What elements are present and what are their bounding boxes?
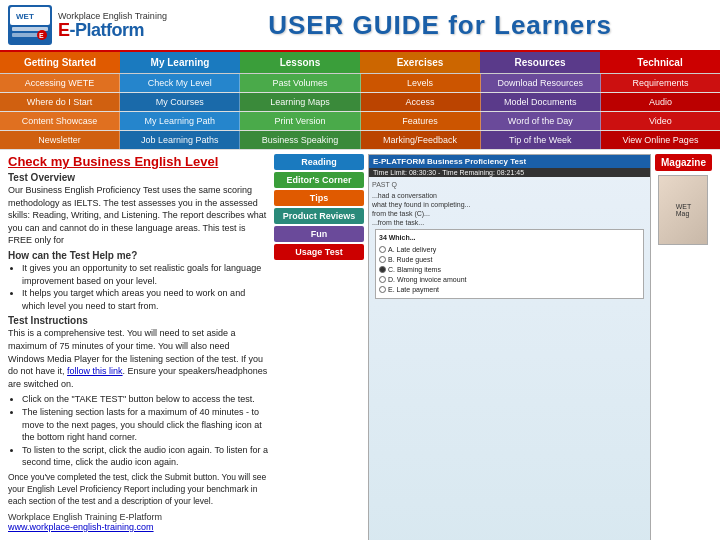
- instructions-bullets: Click on the "TAKE TEST" button below to…: [8, 393, 268, 469]
- sidebar-product-reviews[interactable]: Product Reviews: [274, 208, 364, 224]
- subnav-my-learning-path[interactable]: My Learning Path: [120, 112, 240, 130]
- subnav-access[interactable]: Access: [361, 93, 481, 111]
- svg-text:E: E: [39, 32, 44, 39]
- test-overview-label: Test Overview: [8, 172, 268, 183]
- test-screenshot: E-PLATFORM Business Proficiency Test Tim…: [368, 154, 651, 540]
- bullet-1: It gives you an opportunity to set reali…: [22, 262, 268, 287]
- sub-nav-container: Accessing WETE Check My Level Past Volum…: [0, 74, 720, 150]
- ss-radio-d[interactable]: [379, 276, 386, 283]
- magazine-area: Magazine WETMag: [655, 154, 712, 540]
- sub-nav-row-3: Content Showcase My Learning Path Print …: [0, 112, 720, 131]
- inst-bullet-2: The listening section lasts for a maximu…: [22, 406, 268, 444]
- nav-exercises[interactable]: Exercises: [360, 52, 480, 73]
- subnav-newsletter[interactable]: Newsletter: [0, 131, 120, 149]
- ss-header: E-PLATFORM Business Proficiency Test: [369, 155, 650, 168]
- nav-technical[interactable]: Technical: [600, 52, 720, 73]
- ss-radio-c[interactable]: [379, 266, 386, 273]
- main-content: Check my Business English Level Test Ove…: [0, 150, 720, 540]
- follow-link[interactable]: follow this link: [67, 366, 123, 376]
- ss-timer-text: Time Limit: 08:30:30 - Time Remaining: 0…: [373, 169, 524, 176]
- subnav-check-my-level[interactable]: Check My Level: [120, 74, 240, 92]
- logo-text: Workplace English Training E-Platform: [58, 11, 167, 39]
- subnav-job-learning-paths[interactable]: Job Learning Paths: [120, 131, 240, 149]
- subnav-audio[interactable]: Audio: [601, 93, 720, 111]
- sidebar-editors-corner[interactable]: Editor's Corner: [274, 172, 364, 188]
- ss-option-b: B. Rude guest: [379, 255, 640, 264]
- subnav-past-volumes[interactable]: Past Volumes: [240, 74, 360, 92]
- magazine-button[interactable]: Magazine: [655, 154, 712, 171]
- instructions-text: This is a comprehensive test. You will n…: [8, 327, 268, 390]
- logo-icon: E WET: [8, 5, 52, 45]
- logo-area: E WET Workplace English Training E-Platf…: [8, 5, 168, 45]
- ss-radio-a[interactable]: [379, 246, 386, 253]
- sub-nav-row-1: Accessing WETE Check My Level Past Volum…: [0, 74, 720, 93]
- nav-lessons[interactable]: Lessons: [240, 52, 360, 73]
- subnav-where-start[interactable]: Where do I Start: [0, 93, 120, 111]
- inst-bullet-3: To listen to the script, click the audio…: [22, 444, 268, 469]
- left-panel: Check my Business English Level Test Ove…: [8, 154, 268, 540]
- nav-getting-started[interactable]: Getting Started: [0, 52, 120, 73]
- sidebar-fun[interactable]: Fun: [274, 226, 364, 242]
- subnav-download-resources[interactable]: Download Resources: [481, 74, 601, 92]
- right-content-area: Reading Editor's Corner Tips Product Rev…: [274, 154, 712, 540]
- footer-text: Workplace English Training E-Platform ww…: [8, 512, 268, 532]
- sub-nav-row-2: Where do I Start My Courses Learning Map…: [0, 93, 720, 112]
- subnav-word-of-day[interactable]: Word of the Day: [481, 112, 601, 130]
- subnav-my-courses[interactable]: My Courses: [120, 93, 240, 111]
- help-bullets: It gives you an opportunity to set reali…: [8, 262, 268, 312]
- ss-body: PAST Q ...had a conversationwhat they fo…: [369, 177, 650, 304]
- svg-rect-3: [12, 33, 40, 37]
- subnav-accessing-wete[interactable]: Accessing WETE: [0, 74, 120, 92]
- right-panel: Reading Editor's Corner Tips Product Rev…: [274, 154, 712, 540]
- footer-company: Workplace English Training E-Platform: [8, 512, 162, 522]
- ss-option-c: C. Blaming items: [379, 265, 640, 274]
- subnav-levels[interactable]: Levels: [361, 74, 481, 92]
- ss-option-e: E. Late payment: [379, 285, 640, 294]
- svg-text:WET: WET: [16, 12, 34, 21]
- subnav-print-version[interactable]: Print Version: [240, 112, 360, 130]
- test-screenshot-inner: E-PLATFORM Business Proficiency Test Tim…: [369, 155, 650, 540]
- subnav-marking-feedback[interactable]: Marking/Feedback: [361, 131, 481, 149]
- subnav-video[interactable]: Video: [601, 112, 720, 130]
- subnav-learning-maps[interactable]: Learning Maps: [240, 93, 360, 111]
- ss-timer: Time Limit: 08:30:30 - Time Remaining: 0…: [369, 168, 650, 177]
- subnav-tip-week[interactable]: Tip of the Week: [481, 131, 601, 149]
- subnav-features[interactable]: Features: [361, 112, 481, 130]
- ss-option-a: A. Late delivery: [379, 245, 640, 254]
- check-title[interactable]: Check my Business English Level: [8, 154, 268, 169]
- ss-past-q: PAST Q: [372, 180, 647, 189]
- subnav-requirements[interactable]: Requirements: [601, 74, 720, 92]
- ss-option-d: D. Wrong invoice amount: [379, 275, 640, 284]
- sub-nav-row-4: Newsletter Job Learning Paths Business S…: [0, 131, 720, 150]
- ss-radio-b[interactable]: [379, 256, 386, 263]
- page-title-area: USER GUIDE for Learners: [168, 10, 712, 41]
- sidebar-usage-test[interactable]: Usage Test: [274, 244, 364, 260]
- nav-resources[interactable]: Resources: [480, 52, 600, 73]
- header: E WET Workplace English Training E-Platf…: [0, 0, 720, 52]
- ss-question-label: 34 Which...: [379, 233, 640, 242]
- nav-my-learning[interactable]: My Learning: [120, 52, 240, 73]
- ss-passage: ...had a conversationwhat they found in …: [372, 191, 647, 227]
- subnav-model-documents[interactable]: Model Documents: [481, 93, 601, 111]
- overview-para: Our Business English Proficiency Test us…: [8, 184, 268, 247]
- footer-url[interactable]: www.workplace-english-training.com: [8, 522, 154, 532]
- page-title: USER GUIDE for Learners: [268, 10, 612, 40]
- ss-question-area: 34 Which... A. Late delivery B. Rude gue…: [375, 229, 644, 299]
- sidebar-reading[interactable]: Reading: [274, 154, 364, 170]
- subnav-business-speaking[interactable]: Business Speaking: [240, 131, 360, 149]
- sidebar-tips[interactable]: Tips: [274, 190, 364, 206]
- ss-radio-e[interactable]: [379, 286, 386, 293]
- caption-text: Once you've completed the test, click th…: [8, 472, 268, 508]
- subnav-content-showcase[interactable]: Content Showcase: [0, 112, 120, 130]
- how-help-label: How can the Test Help me?: [8, 250, 268, 261]
- magazine-cover: WETMag: [658, 175, 708, 245]
- bullet-2: It helps you target which areas you need…: [22, 287, 268, 312]
- sidebar-menu: Reading Editor's Corner Tips Product Rev…: [274, 154, 364, 540]
- logo-main-text: E-Platform: [58, 21, 167, 39]
- nav-bar: Getting Started My Learning Lessons Exer…: [0, 52, 720, 74]
- instructions-label: Test Instructions: [8, 315, 268, 326]
- inst-bullet-1: Click on the "TAKE TEST" button below to…: [22, 393, 268, 406]
- subnav-view-online[interactable]: View Online Pages: [601, 131, 720, 149]
